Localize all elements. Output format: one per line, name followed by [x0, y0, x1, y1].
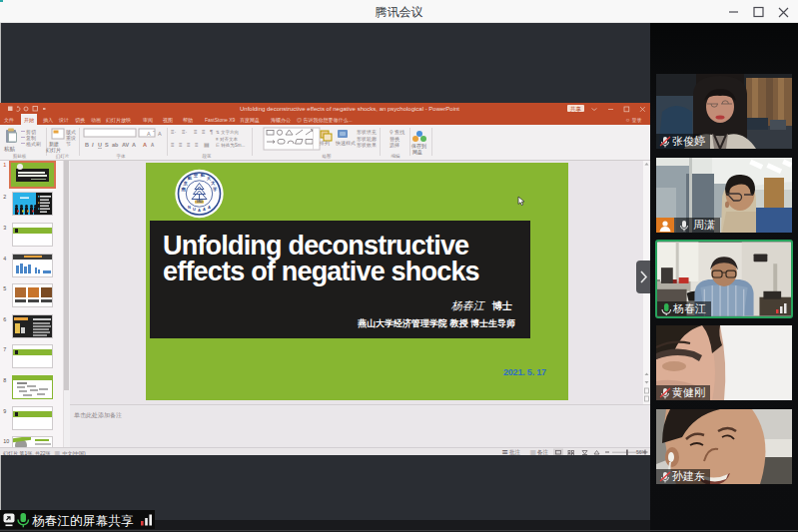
svg-text:A: A — [147, 131, 151, 137]
svg-text:ab: ab — [112, 142, 119, 148]
svg-text:航: 航 — [200, 173, 206, 178]
svg-text:A: A — [208, 205, 211, 210]
svg-text:空: 空 — [194, 173, 199, 178]
svg-text:≡: ≡ — [195, 142, 199, 148]
svg-text:B: B — [85, 142, 89, 148]
svg-text:A: A — [143, 142, 147, 148]
svg-text:⋿ 转换为Sm...: ⋿ 转换为Sm... — [216, 143, 245, 149]
svg-text:▤ 备注: ▤ 备注 — [530, 449, 549, 455]
svg-text:选择: 选择 — [390, 142, 399, 149]
svg-text:U: U — [193, 207, 196, 212]
svg-text:形状效果: 形状效果 — [357, 142, 377, 148]
svg-text:≡·: ≡· — [171, 129, 177, 135]
svg-text:大: 大 — [210, 181, 216, 186]
svg-text:AV: AV — [122, 142, 130, 148]
svg-text:¶: ¶ — [210, 129, 213, 135]
svg-text:≡: ≡ — [202, 129, 206, 135]
svg-text:⚲ 查找: ⚲ 查找 — [390, 129, 404, 135]
svg-text:▤: ▤ — [204, 142, 210, 148]
svg-text:⇅ 文字方向: ⇅ 文字方向 — [216, 130, 239, 135]
svg-text:A: A — [158, 131, 162, 137]
svg-text:≡: ≡ — [179, 142, 183, 148]
svg-text:粘贴: 粘贴 — [4, 146, 16, 153]
svg-text:S: S — [105, 142, 109, 148]
svg-text:格式刷: 格式刷 — [25, 141, 41, 148]
svg-text:I: I — [92, 142, 94, 148]
svg-text:幻灯片: 幻灯片 — [46, 147, 61, 154]
svg-text:ˆ: ˆ — [153, 130, 155, 136]
svg-text:共享: 共享 — [569, 106, 582, 112]
svg-text:N: N — [188, 205, 191, 210]
svg-text:A: A — [203, 207, 206, 212]
svg-text:航: 航 — [187, 176, 193, 181]
svg-text:≡ 对齐文本: ≡ 对齐文本 — [216, 137, 238, 142]
svg-text:节: 节 — [66, 141, 71, 147]
svg-text:1952: 1952 — [196, 200, 203, 204]
svg-text:网盘: 网盘 — [412, 149, 422, 155]
svg-text:A: A — [151, 143, 155, 148]
svg-text:≡·: ≡· — [182, 129, 188, 135]
svg-text:≡: ≡ — [187, 142, 191, 148]
svg-text:☰ 批注: ☰ 批注 — [502, 449, 521, 455]
svg-text:Unfolding deconstructive effec: Unfolding deconstructive effects of nega… — [240, 106, 459, 112]
svg-text:≡: ≡ — [171, 142, 175, 148]
svg-text:≡: ≡ — [194, 129, 198, 135]
svg-text:U: U — [98, 142, 102, 148]
svg-text:A: A — [132, 142, 136, 148]
svg-text:快速样式: 快速样式 — [335, 140, 356, 146]
svg-text:排列: 排列 — [319, 140, 330, 147]
svg-text:A: A — [198, 208, 201, 213]
